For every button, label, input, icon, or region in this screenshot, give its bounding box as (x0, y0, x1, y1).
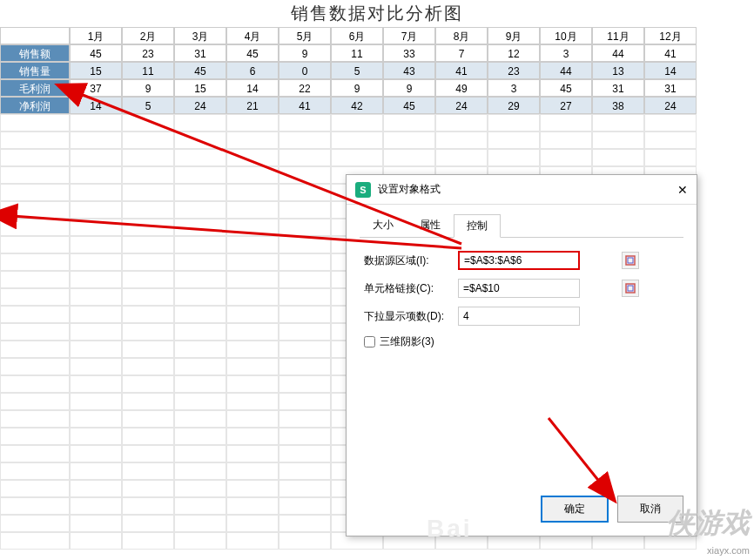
input-source-range[interactable] (458, 251, 580, 270)
empty-cell[interactable] (279, 462, 331, 480)
empty-cell[interactable] (174, 480, 226, 497)
empty-cell[interactable] (0, 445, 70, 462)
data-cell[interactable]: 23 (122, 44, 174, 62)
empty-cell[interactable] (226, 462, 279, 480)
empty-cell[interactable] (122, 515, 174, 532)
data-cell[interactable]: 5 (331, 62, 383, 79)
empty-cell[interactable] (122, 428, 174, 445)
empty-cell[interactable] (0, 149, 70, 166)
empty-cell[interactable] (122, 184, 174, 201)
empty-cell[interactable] (279, 201, 331, 219)
data-cell[interactable]: 0 (279, 62, 331, 79)
column-header[interactable]: 9月 (488, 27, 540, 44)
empty-cell[interactable] (0, 323, 70, 341)
empty-cell[interactable] (0, 132, 70, 149)
empty-cell[interactable] (435, 132, 488, 149)
empty-cell[interactable] (279, 532, 331, 550)
empty-cell[interactable] (70, 393, 122, 410)
data-cell[interactable]: 9 (279, 44, 331, 62)
empty-cell[interactable] (383, 149, 435, 166)
data-cell[interactable]: 13 (592, 62, 644, 79)
empty-cell[interactable] (0, 393, 70, 410)
empty-cell[interactable] (279, 515, 331, 532)
empty-cell[interactable] (279, 253, 331, 271)
empty-cell[interactable] (226, 375, 279, 393)
data-cell[interactable]: 33 (383, 44, 435, 62)
empty-cell[interactable] (174, 410, 226, 428)
empty-cell[interactable] (70, 532, 122, 550)
empty-cell[interactable] (70, 515, 122, 532)
empty-cell[interactable] (122, 445, 174, 462)
empty-cell[interactable] (70, 341, 122, 358)
empty-cell[interactable] (174, 323, 226, 341)
empty-cell[interactable] (279, 271, 331, 288)
empty-cell[interactable] (226, 132, 279, 149)
empty-cell[interactable] (0, 219, 70, 236)
empty-cell[interactable] (70, 132, 122, 149)
range-picker-icon[interactable] (622, 252, 639, 269)
column-header[interactable]: 5月 (279, 27, 331, 44)
empty-cell[interactable] (331, 149, 383, 166)
empty-cell[interactable] (592, 114, 644, 132)
data-cell[interactable]: 14 (644, 62, 697, 79)
data-cell[interactable]: 15 (70, 62, 122, 79)
empty-cell[interactable] (122, 132, 174, 149)
empty-cell[interactable] (644, 132, 697, 149)
data-cell[interactable]: 9 (331, 79, 383, 97)
empty-cell[interactable] (644, 114, 697, 132)
empty-cell[interactable] (226, 236, 279, 253)
empty-cell[interactable] (279, 323, 331, 341)
empty-cell[interactable] (226, 201, 279, 219)
data-cell[interactable]: 24 (435, 97, 488, 114)
empty-cell[interactable] (0, 480, 70, 497)
empty-cell[interactable] (279, 445, 331, 462)
empty-cell[interactable] (0, 166, 70, 184)
data-cell[interactable]: 37 (70, 79, 122, 97)
empty-cell[interactable] (174, 358, 226, 375)
empty-cell[interactable] (174, 271, 226, 288)
empty-cell[interactable] (226, 532, 279, 550)
data-cell[interactable]: 9 (122, 79, 174, 97)
empty-cell[interactable] (70, 445, 122, 462)
empty-cell[interactable] (226, 445, 279, 462)
empty-cell[interactable] (226, 428, 279, 445)
empty-cell[interactable] (0, 358, 70, 375)
input-cell-link[interactable] (458, 279, 580, 298)
empty-cell[interactable] (174, 375, 226, 393)
empty-cell[interactable] (0, 271, 70, 288)
empty-cell[interactable] (226, 166, 279, 184)
empty-cell[interactable] (174, 149, 226, 166)
empty-cell[interactable] (226, 410, 279, 428)
row-header[interactable]: 销售量 (0, 62, 70, 79)
empty-cell[interactable] (174, 288, 226, 306)
empty-cell[interactable] (226, 149, 279, 166)
tab-properties[interactable]: 属性 (407, 213, 454, 237)
empty-cell[interactable] (70, 114, 122, 132)
empty-cell[interactable] (174, 532, 226, 550)
empty-cell[interactable] (279, 410, 331, 428)
empty-cell[interactable] (226, 323, 279, 341)
empty-cell[interactable] (174, 166, 226, 184)
tab-size[interactable]: 大小 (360, 213, 407, 237)
empty-cell[interactable] (279, 480, 331, 497)
empty-cell[interactable] (70, 497, 122, 515)
empty-cell[interactable] (174, 201, 226, 219)
empty-cell[interactable] (70, 201, 122, 219)
data-cell[interactable]: 45 (70, 44, 122, 62)
empty-cell[interactable] (174, 114, 226, 132)
empty-cell[interactable] (70, 358, 122, 375)
empty-cell[interactable] (226, 515, 279, 532)
empty-cell[interactable] (279, 149, 331, 166)
data-cell[interactable]: 11 (331, 44, 383, 62)
empty-cell[interactable] (174, 219, 226, 236)
range-picker-icon[interactable] (622, 280, 639, 297)
empty-cell[interactable] (540, 132, 592, 149)
data-cell[interactable]: 9 (383, 79, 435, 97)
data-cell[interactable]: 14 (226, 79, 279, 97)
empty-cell[interactable] (122, 236, 174, 253)
empty-cell[interactable] (0, 114, 70, 132)
empty-cell[interactable] (226, 219, 279, 236)
empty-cell[interactable] (0, 497, 70, 515)
empty-cell[interactable] (122, 306, 174, 323)
empty-cell[interactable] (226, 358, 279, 375)
